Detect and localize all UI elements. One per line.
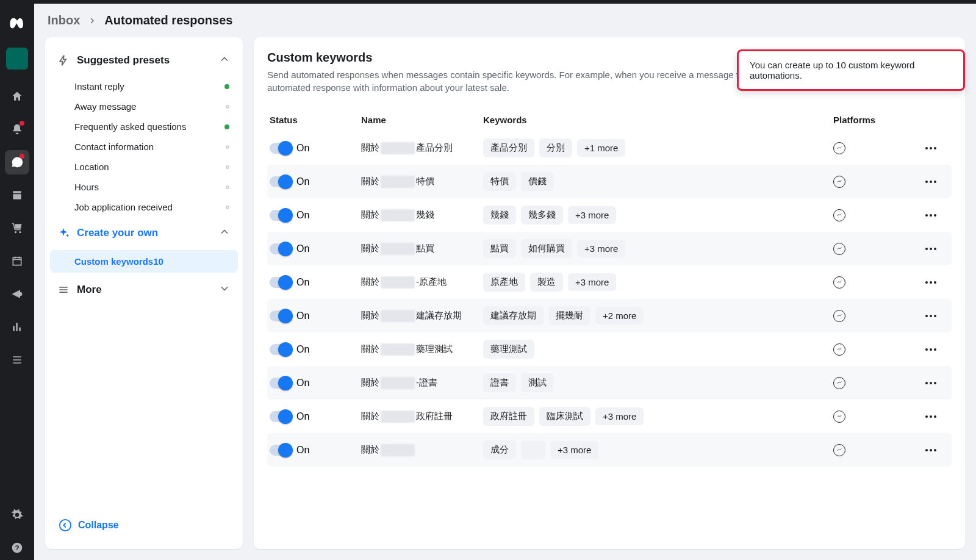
messenger-icon bbox=[833, 411, 845, 423]
keyword-chip: 藥理測試 bbox=[483, 340, 534, 359]
section-more[interactable]: More bbox=[50, 275, 238, 304]
nav-commerce[interactable] bbox=[5, 216, 29, 240]
status-toggle[interactable] bbox=[270, 311, 290, 321]
nav-home[interactable] bbox=[5, 84, 29, 109]
table-row[interactable]: On 關於-原產地 原產地製造+3 more bbox=[267, 265, 952, 299]
table-row[interactable]: On 關於特價 特價價錢 bbox=[267, 165, 952, 198]
collapse-icon bbox=[59, 519, 72, 532]
status-dot bbox=[226, 206, 229, 209]
svg-point-1 bbox=[19, 231, 21, 233]
keyword-chip: 建議存放期 bbox=[483, 306, 544, 325]
chevron-up-icon bbox=[218, 226, 231, 240]
status-toggle[interactable] bbox=[270, 445, 290, 456]
row-more-button[interactable] bbox=[913, 181, 949, 183]
row-more-button[interactable] bbox=[913, 348, 949, 351]
preset-item[interactable]: Location bbox=[50, 157, 238, 177]
keyword-chip: 如何購買 bbox=[521, 239, 572, 258]
status-label: On bbox=[296, 243, 309, 254]
nav-insights[interactable] bbox=[5, 315, 29, 339]
status-toggle[interactable] bbox=[270, 277, 290, 288]
status-toggle[interactable] bbox=[270, 411, 290, 422]
collapse-button[interactable]: Collapse bbox=[50, 510, 238, 540]
table-row[interactable]: On 關於藥理測試 藥理測試 bbox=[267, 332, 952, 366]
status-label: On bbox=[296, 378, 309, 389]
automation-name: 關於建議存放期 bbox=[361, 310, 483, 322]
breadcrumb-inbox[interactable]: Inbox bbox=[48, 13, 80, 27]
keyword-chip: 產品分別 bbox=[483, 138, 534, 157]
more-keywords-chip[interactable]: +3 more bbox=[595, 407, 644, 425]
status-label: On bbox=[296, 143, 309, 154]
table-row[interactable]: On 關於-證書 證書測試 bbox=[267, 366, 952, 400]
table-row[interactable]: On 關於 成分+3 more bbox=[267, 433, 952, 467]
automation-name: 關於 bbox=[361, 444, 483, 456]
messenger-icon bbox=[833, 276, 845, 289]
messenger-icon bbox=[833, 142, 845, 154]
nav-inbox[interactable] bbox=[5, 150, 29, 174]
svg-point-0 bbox=[15, 231, 16, 233]
row-more-button[interactable] bbox=[913, 214, 949, 217]
table-row[interactable]: On 關於幾錢 幾錢幾多錢+3 more bbox=[267, 198, 952, 232]
table-row[interactable]: On 關於產品分別 產品分別分別+1 more bbox=[267, 131, 952, 165]
nav-all-tools[interactable] bbox=[5, 348, 29, 372]
col-name: Name bbox=[361, 115, 483, 125]
section-create-your-own[interactable]: Create your own bbox=[50, 218, 238, 248]
preset-item[interactable]: Contact information bbox=[50, 137, 238, 157]
status-toggle[interactable] bbox=[270, 378, 290, 389]
breadcrumb: Inbox Automated responses bbox=[34, 4, 976, 37]
keyword-chip: 特價 bbox=[483, 172, 516, 191]
table-row[interactable]: On 關於點買 點買如何購買+3 more bbox=[267, 232, 952, 265]
status-toggle[interactable] bbox=[270, 176, 290, 187]
preset-item[interactable]: Away message bbox=[50, 96, 238, 117]
status-toggle[interactable] bbox=[270, 210, 290, 221]
preset-item[interactable]: Job application received bbox=[50, 197, 238, 217]
keyword-chip: 幾多錢 bbox=[521, 206, 563, 224]
status-toggle[interactable] bbox=[270, 143, 290, 154]
table-row[interactable]: On 關於建議存放期 建議存放期擺幾耐+2 more bbox=[267, 299, 952, 332]
svg-text:?: ? bbox=[15, 544, 19, 551]
col-platforms: Platforms bbox=[833, 115, 913, 125]
row-more-button[interactable] bbox=[913, 315, 949, 317]
keyword-chip: 測試 bbox=[521, 373, 554, 392]
automation-name: 關於-證書 bbox=[361, 377, 483, 389]
automation-name: 關於-原產地 bbox=[361, 276, 483, 289]
keyword-chip-redacted bbox=[521, 441, 545, 459]
nav-ads[interactable] bbox=[5, 282, 29, 306]
more-keywords-chip[interactable]: +3 more bbox=[577, 240, 625, 257]
row-more-button[interactable] bbox=[913, 248, 949, 250]
row-more-button[interactable] bbox=[913, 281, 949, 284]
more-keywords-chip[interactable]: +3 more bbox=[550, 441, 598, 459]
more-keywords-chip[interactable]: +3 more bbox=[568, 273, 616, 291]
row-more-button[interactable] bbox=[913, 449, 949, 451]
row-more-button[interactable] bbox=[913, 415, 949, 418]
preset-item[interactable]: Instant reply bbox=[50, 76, 238, 96]
col-keywords: Keywords bbox=[483, 115, 833, 125]
more-keywords-chip[interactable]: +2 more bbox=[595, 307, 644, 325]
nav-settings[interactable] bbox=[5, 503, 29, 527]
nav-help[interactable]: ? bbox=[5, 536, 29, 560]
messenger-icon bbox=[833, 377, 845, 389]
keyword-chip: 幾錢 bbox=[483, 206, 516, 224]
messenger-icon bbox=[833, 176, 845, 188]
row-more-button[interactable] bbox=[913, 147, 949, 149]
nav-calendar[interactable] bbox=[5, 249, 29, 273]
more-keywords-chip[interactable]: +3 more bbox=[568, 206, 616, 224]
automation-name: 關於藥理測試 bbox=[361, 343, 483, 356]
menu-icon bbox=[57, 284, 70, 296]
nav-posts[interactable] bbox=[5, 183, 29, 207]
status-dot bbox=[224, 84, 229, 89]
status-label: On bbox=[296, 311, 309, 321]
status-toggle[interactable] bbox=[270, 344, 290, 355]
nav-notifications[interactable] bbox=[5, 117, 29, 142]
preset-item[interactable]: Hours bbox=[50, 177, 238, 197]
row-more-button[interactable] bbox=[913, 382, 949, 384]
sidebar-item-custom-keywords[interactable]: Custom keywords 10 bbox=[50, 250, 238, 273]
status-toggle[interactable] bbox=[270, 243, 290, 254]
more-keywords-chip[interactable]: +1 more bbox=[577, 139, 625, 157]
preset-item[interactable]: Frequently asked questions bbox=[50, 117, 238, 137]
section-suggested-presets[interactable]: Suggested presets bbox=[50, 46, 238, 75]
business-avatar[interactable] bbox=[6, 48, 28, 70]
table-row[interactable]: On 關於政府註冊 政府註冊臨床測試+3 more bbox=[267, 400, 952, 433]
status-dot bbox=[226, 145, 229, 149]
status-label: On bbox=[296, 411, 309, 422]
keyword-chip: 擺幾耐 bbox=[548, 306, 590, 325]
